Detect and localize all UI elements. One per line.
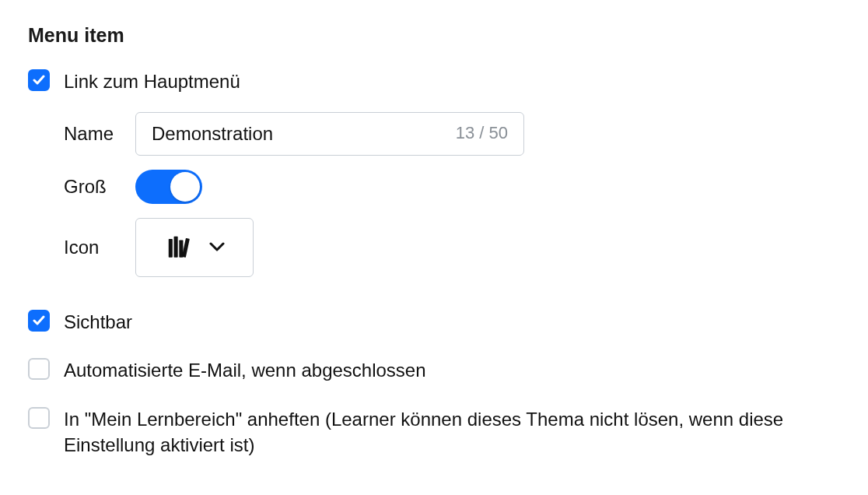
large-label: Groß xyxy=(64,174,135,200)
name-input[interactable] xyxy=(152,123,446,145)
icon-select[interactable] xyxy=(135,218,254,277)
large-toggle[interactable] xyxy=(135,170,202,204)
link-main-menu-label: Link zum Hauptmenü xyxy=(64,68,240,95)
auto-email-row: Automatisierte E-Mail, wenn abgeschlosse… xyxy=(28,356,840,384)
toggle-knob xyxy=(170,172,200,202)
icon-label: Icon xyxy=(64,234,135,261)
section-heading: Menu item xyxy=(28,22,840,49)
icon-row: Icon xyxy=(64,218,840,277)
name-char-counter: 13 / 50 xyxy=(456,121,508,146)
pin-learning-checkbox[interactable] xyxy=(28,407,50,429)
link-main-menu-checkbox[interactable] xyxy=(28,69,50,91)
name-input-wrapper: 13 / 50 xyxy=(135,112,524,156)
check-icon xyxy=(33,315,45,326)
link-main-menu-row: Link zum Hauptmenü xyxy=(28,68,840,95)
books-icon xyxy=(164,232,195,263)
name-label: Name xyxy=(64,121,135,147)
pin-learning-row: In "Mein Lernbereich" anheften (Learner … xyxy=(28,405,840,458)
visible-row: Sichtbar xyxy=(28,308,840,335)
pin-learning-label: In "Mein Lernbereich" anheften (Learner … xyxy=(64,405,787,458)
chevron-down-icon xyxy=(209,235,225,259)
svg-rect-1 xyxy=(174,236,178,257)
large-row: Groß xyxy=(64,170,840,204)
link-main-menu-subfields: Name 13 / 50 Groß Icon xyxy=(64,112,840,277)
check-icon xyxy=(33,75,45,86)
svg-rect-0 xyxy=(169,239,173,258)
visible-label: Sichtbar xyxy=(64,308,132,335)
name-row: Name 13 / 50 xyxy=(64,112,840,156)
auto-email-label: Automatisierte E-Mail, wenn abgeschlosse… xyxy=(64,356,426,384)
auto-email-checkbox[interactable] xyxy=(28,358,50,380)
visible-checkbox[interactable] xyxy=(28,310,50,332)
